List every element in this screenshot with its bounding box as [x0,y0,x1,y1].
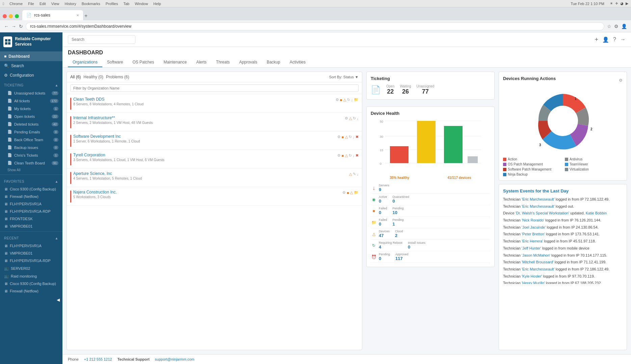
down-icon[interactable]: ↓ [353,135,355,139]
jason-link[interactable]: 'Jason McMahon' [522,253,550,257]
gear-icon[interactable]: ⚙ [336,98,339,102]
monitor-icon[interactable]: ■ [342,154,344,158]
sidebar-item-all-tickets[interactable]: 📄 All tickets 172 [0,97,62,105]
tab-organizations[interactable]: Organizations [68,58,102,67]
sidebar-recent-flhyper1[interactable]: 🖥 FLHYPERVSVR1A [0,242,62,250]
sidebar-fav-cisco9300[interactable]: 🖥 Cisco 9300 (Config Backup) [0,185,62,193]
user-icon[interactable]: 👤 [602,36,609,43]
sidebar-recent-firewall[interactable]: 🖥 Firewall (Netflow) [0,287,62,295]
sidebar-item-pending-emails[interactable]: 📄 Pending Emails 0 [0,128,62,136]
orgs-count-healthy[interactable]: Healthy (0) [83,75,103,79]
sidebar-recent-cisco[interactable]: 🖥 Cisco 9300 (Config Backup) [0,280,62,287]
bookmarks-menu[interactable]: Bookmarks [82,2,100,6]
recent-section-header[interactable]: Recent ▲ [0,234,62,242]
apple-menu[interactable]:  [3,2,4,6]
refresh-icon[interactable]: ↻ [349,153,352,158]
refresh-icon[interactable]: ↻ [347,98,350,102]
sidebar-fav-frontdesk[interactable]: 🖥 FRONTDESK [0,215,62,223]
katie-link[interactable]: Katie Bobbin [586,211,607,215]
eric-link-1[interactable]: 'Eric Marchesseault' [522,197,555,201]
bookmark-icon[interactable]: ☆ [607,24,611,29]
system-events-period[interactable]: Last Day [550,188,569,193]
help-menu[interactable]: Help [153,2,161,6]
reload-button[interactable]: ↻ [19,24,23,29]
tab-activities[interactable]: Activities [285,58,310,67]
sidebar-item-dashboard[interactable]: ■ Dashboard [0,52,62,61]
refresh-icon[interactable]: ↻ [353,116,356,121]
view-menu[interactable]: View [51,2,59,6]
tab-close-icon[interactable]: ✕ [76,14,79,17]
sidebar-item-clean-teeth-board[interactable]: 📄 Clean Teeth Board 91 [0,159,62,167]
sidebar-item-backup-issues[interactable]: 📄 Backup issues 0 [0,144,62,151]
tab-os-patches[interactable]: OS Patches [128,58,159,67]
sidebar-item-configuration[interactable]: ⚙ Configuration [0,71,62,80]
eric-herrera-link[interactable]: 'Eric Herrera' [522,239,543,243]
forward-button[interactable]: → [11,24,16,29]
tab-maintenance[interactable]: Maintenance [159,58,191,67]
org-filter-input[interactable] [70,84,359,92]
add-icon[interactable]: + [595,36,599,43]
orgs-sort-control[interactable]: Sort By: Status ▼ [329,75,359,79]
favorites-section-header[interactable]: Favorites ▲ [0,178,62,185]
global-search-input[interactable] [68,35,135,44]
tab-threats[interactable]: Threats [211,58,235,67]
alert-icon[interactable]: △ [345,153,348,158]
orgs-count-all[interactable]: All (6) [70,75,81,79]
gear-icon[interactable]: ⚙ [345,116,348,121]
gear-icon[interactable]: ⚙ [337,153,341,158]
sidebar-fav-flhypersvr1a-rdp[interactable]: 🖥 FLHYPERVSVR1A-RDP [0,208,62,215]
window-menu[interactable]: Window [135,2,148,6]
mitchell-link[interactable]: 'Mitchell Broussard' [522,260,554,264]
alert-icon[interactable]: △ [343,98,346,102]
org-item-tyrell[interactable]: Tyrell Corporation 3 Servers, 4 Workstat… [67,150,362,168]
alert-icon[interactable]: △ [349,172,352,176]
logout-icon[interactable]: → [620,36,626,43]
show-all-tickets-link[interactable]: Show All [0,167,62,173]
sidebar-item-open-tickets[interactable]: 📄 Open tickets 22 [0,112,62,120]
sidebar-recent-flhyper-rdp[interactable]: 🖥 FLHYPERVSVR1A-RDP [0,257,62,264]
phone-number[interactable]: +1 212 555 1212 [84,357,112,361]
tab-backup[interactable]: Backup [262,58,285,67]
delete-icon[interactable]: ✖ [356,135,359,139]
eric-link-3[interactable]: 'Eric Marchesseault' [522,267,555,271]
alert-icon[interactable]: △ [349,116,352,121]
tab-approvals[interactable]: Approvals [235,58,262,67]
support-email[interactable]: support@ninjarmm.com [155,357,194,361]
sidebar-item-search[interactable]: 🔍 Search [0,61,62,71]
alert-icon[interactable]: △ [350,190,353,195]
chrome-menu[interactable]: Chrome [9,2,23,6]
ticketing-section-header[interactable]: Ticketing ▲ [0,81,62,89]
peter-link[interactable]: 'Peter Bretton' [522,232,545,236]
sidebar-item-unassigned-tickets[interactable]: 📄 Unassigned tickets 77 [0,89,62,97]
delete-icon[interactable]: ✖ [356,153,359,158]
new-tab-button[interactable]: + [84,13,87,19]
profiles-menu[interactable]: Profiles [106,2,118,6]
sidebar-recent-raid[interactable]: 📺 Raid monitoring [0,272,62,280]
org-item-aperture[interactable]: Aperture Science, Inc 4 Servers, 1 Works… [67,168,362,187]
tab-alerts[interactable]: Alerts [191,58,211,67]
org-item-najera[interactable]: Najera Construction Inc. 5 Workstations,… [67,187,362,206]
alert-icon[interactable]: △ [345,135,348,139]
gear-icon[interactable]: ⚙ [337,135,341,139]
edit-menu[interactable]: Edit [40,2,46,6]
sidebar-item-deleted-tickets[interactable]: 📄 Deleted tickets 42 [0,120,62,128]
history-menu[interactable]: History [65,2,76,6]
joel-link[interactable]: 'Joel Jacuinde' [522,225,546,229]
extension-icon[interactable]: ⚙ [614,24,619,29]
gear-icon[interactable]: ⚙ [342,190,346,195]
sidebar-item-chris-tickets[interactable]: 📄 Chris's Tickets 1 [0,151,62,159]
monitor-icon[interactable]: ■ [340,98,342,102]
henry-link[interactable]: 'Henry Murillo' [522,281,545,284]
sidebar-recent-server02[interactable]: 📺 SERVER02 [0,264,62,272]
sidebar-fav-firewall[interactable]: 🖥 Firewall (Netflow) [0,193,62,200]
folder-icon[interactable]: 📁 [354,98,359,102]
sidebar-item-my-tickets[interactable]: 📄 My tickets 1 [0,105,62,112]
folder-icon[interactable]: 📁 [354,190,359,195]
url-input[interactable] [26,22,604,30]
dr-walsh-link[interactable]: 'Dr. Walsh's Special Workstation' [516,211,569,215]
tab-menu[interactable]: Tab [123,2,129,6]
orgs-count-problems[interactable]: Problems (6) [106,75,129,79]
down-icon[interactable]: ↓ [357,172,359,176]
monitor-icon[interactable]: ■ [342,135,344,139]
browser-tab[interactable]: 📄 rcs-sales ✕ [22,10,83,20]
